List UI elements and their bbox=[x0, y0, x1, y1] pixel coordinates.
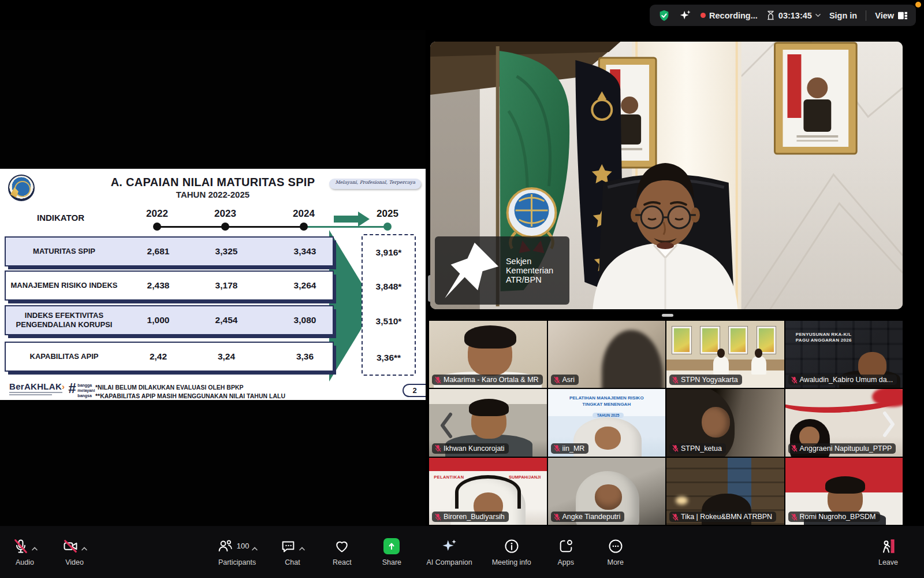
share-button[interactable]: Share bbox=[377, 538, 407, 566]
notification-dot bbox=[915, 2, 921, 8]
chat-icon bbox=[280, 538, 296, 554]
video-button[interactable]: Video bbox=[59, 538, 90, 566]
target-value: 3,510* bbox=[363, 306, 415, 336]
timeline-line-green bbox=[304, 226, 388, 228]
slide-title: A. CAPAIAN NILAI MATURITAS SPIP bbox=[69, 176, 356, 189]
apps-button[interactable]: Apps bbox=[551, 538, 581, 566]
video-caret[interactable] bbox=[81, 538, 87, 553]
participant-tile[interactable]: Romi Nugroho_BPSDM bbox=[785, 458, 903, 525]
participant-gallery: Makarima - Karo Ortala & MR Asri STPN Yo… bbox=[429, 321, 903, 525]
meeting-toolbar: Audio Video 100 Participants Chat bbox=[0, 526, 924, 578]
participant-name-label: Asri bbox=[551, 375, 579, 385]
year-2023: 2023 bbox=[202, 208, 248, 220]
ai-sparkle-icon[interactable] bbox=[679, 9, 692, 22]
participant-tile[interactable]: Tika | Rokeu&BMN ATRBPN bbox=[666, 458, 784, 525]
presentation-slide: A. CAPAIAN NILAI MATURITAS SPIP TAHUN 20… bbox=[0, 169, 426, 400]
participant-name-label: Ikhwan Kuncorojati bbox=[432, 443, 509, 454]
footnote-2: **KAPABILITAS APIP MASIH MENGGUNAKAN NIL… bbox=[95, 392, 285, 399]
chevron-down-icon bbox=[815, 13, 821, 18]
cell-value: 3,36 bbox=[276, 343, 334, 370]
atrbpn-logo bbox=[8, 175, 35, 201]
row-label: MANAJEMEN RISIKO INDEKS bbox=[10, 272, 118, 299]
participant-name-label: Romi Nugroho_BPSDM bbox=[788, 512, 880, 522]
participant-tile[interactable]: Asri bbox=[548, 321, 666, 388]
more-button[interactable]: More bbox=[601, 538, 631, 566]
muted-mic-icon bbox=[554, 513, 560, 521]
timer-value: 03:13:45 bbox=[778, 11, 812, 20]
meeting-timer[interactable]: 03:13:45 bbox=[766, 10, 821, 20]
green-arrow-icon bbox=[334, 216, 358, 223]
info-icon bbox=[504, 538, 520, 554]
muted-mic-icon bbox=[554, 444, 560, 452]
slide-subtitle: TAHUN 2022-2025 bbox=[69, 190, 356, 199]
sign-in-button[interactable]: Sign in bbox=[829, 11, 857, 20]
participant-name-label: Biroren_Budiyarsih bbox=[432, 512, 509, 522]
audio-button[interactable]: Audio bbox=[10, 538, 40, 566]
participants-icon bbox=[217, 538, 234, 554]
pin-icon bbox=[439, 239, 502, 302]
participant-name-label: Makarima - Karo Ortala & MR bbox=[432, 375, 543, 385]
ai-companion-button[interactable]: AI Companion bbox=[426, 538, 472, 566]
view-grid-icon bbox=[897, 11, 908, 20]
participants-caret[interactable] bbox=[252, 538, 258, 553]
year-2025: 2025 bbox=[364, 208, 411, 220]
motto-badge: Melayani, Profesional, Terpercaya bbox=[329, 179, 421, 189]
table-row: KAPABILITAS APIP 2,42 3,24 3,36 bbox=[5, 342, 334, 372]
shared-screen-stage: A. CAPAIAN NILAI MATURITAS SPIP TAHUN 20… bbox=[0, 30, 426, 526]
timeline-dot-2022 bbox=[153, 223, 161, 231]
table-row: MATURITAS SPIP 2,681 3,325 3,343 bbox=[5, 236, 334, 266]
participant-name-label: iin_MR bbox=[551, 443, 589, 454]
chat-caret[interactable] bbox=[299, 538, 305, 553]
view-button[interactable]: View bbox=[875, 11, 908, 20]
participant-tile[interactable]: Makarima - Karo Ortala & MR bbox=[429, 321, 547, 388]
table-row: MANAJEMEN RISIKO INDEKS 2,438 3,178 3,26… bbox=[5, 271, 334, 301]
hourglass-icon bbox=[766, 10, 775, 20]
table-row: INDEKS EFEKTIVITAS PENGENDALIAN KORUPSI … bbox=[5, 305, 334, 335]
gallery-resize-handle[interactable] bbox=[662, 314, 673, 317]
footnote-1: *NILAI BELUM DILAKUKAN EVALUASI OLEH BPK… bbox=[95, 384, 243, 391]
participants-button[interactable]: 100 Participants bbox=[217, 538, 258, 566]
target-value: 3,36** bbox=[363, 343, 415, 373]
leave-icon bbox=[880, 538, 897, 554]
chat-button[interactable]: Chat bbox=[277, 538, 307, 566]
participant-name-label: Tika | Rokeu&BMN ATRBPN bbox=[669, 512, 776, 522]
muted-mic-icon bbox=[435, 513, 441, 521]
participant-tile[interactable]: Angke Tiandeputri bbox=[548, 458, 666, 525]
participant-name-label: STPN Yogyakarta bbox=[669, 375, 742, 385]
cell-value: 3,24 bbox=[198, 343, 255, 370]
muted-mic-icon bbox=[672, 376, 679, 384]
heart-icon bbox=[334, 538, 350, 554]
cell-value: 2,438 bbox=[129, 272, 187, 299]
more-icon bbox=[608, 538, 624, 554]
target-value: 3,916* bbox=[363, 238, 415, 268]
indicator-header: INDIKATOR bbox=[20, 213, 101, 223]
participant-name-label: Anggraeni Napitupulu_PTPP bbox=[788, 443, 896, 454]
topbar-divider bbox=[866, 10, 866, 21]
cell-value: 2,42 bbox=[129, 343, 187, 370]
zoom-meeting-window: Recording... 03:13:45 Sign in View A. CA… bbox=[0, 0, 924, 578]
participant-tile[interactable]: PELATIHAN MANAJEMEN RISIKOTINGKAT MENENG… bbox=[548, 389, 666, 456]
leave-button[interactable]: Leave bbox=[873, 538, 903, 566]
muted-mic-icon bbox=[791, 376, 798, 384]
participant-name-label: Awaludin_Kabiro Umum da... bbox=[788, 375, 897, 385]
cell-value: 3,325 bbox=[198, 238, 255, 265]
security-shield-icon[interactable] bbox=[658, 9, 670, 22]
participant-tile[interactable]: PENYUSUNAN RKA-K/LPAGU ANGGARAN 2026 Awa… bbox=[785, 321, 903, 388]
gallery-prev-button[interactable] bbox=[437, 408, 456, 443]
row-label: KAPABILITAS APIP bbox=[10, 343, 118, 370]
main-speaker-video[interactable]: Sekjen Kementerian ATR/BPN bbox=[430, 42, 903, 309]
participant-name-label: Angke Tiandeputri bbox=[551, 512, 625, 522]
gallery-next-button[interactable] bbox=[879, 407, 899, 442]
share-screen-icon bbox=[383, 538, 400, 554]
recording-indicator[interactable]: Recording... bbox=[701, 11, 758, 20]
audio-caret[interactable] bbox=[32, 538, 38, 553]
muted-mic-icon bbox=[554, 376, 560, 384]
cell-value: 3,080 bbox=[276, 306, 334, 334]
camera-muted-icon bbox=[62, 538, 79, 554]
react-button[interactable]: React bbox=[327, 538, 357, 566]
participant-tile[interactable]: STPN_ketua bbox=[666, 389, 784, 456]
participant-tile[interactable]: PELANTIKAN SUMPAH/JANJI Biroren_Budiyars… bbox=[429, 458, 547, 525]
top-bar: Recording... 03:13:45 Sign in View bbox=[650, 5, 916, 26]
meeting-info-button[interactable]: Meeting info bbox=[492, 538, 531, 566]
participant-tile[interactable]: STPN Yogyakarta bbox=[666, 321, 784, 388]
